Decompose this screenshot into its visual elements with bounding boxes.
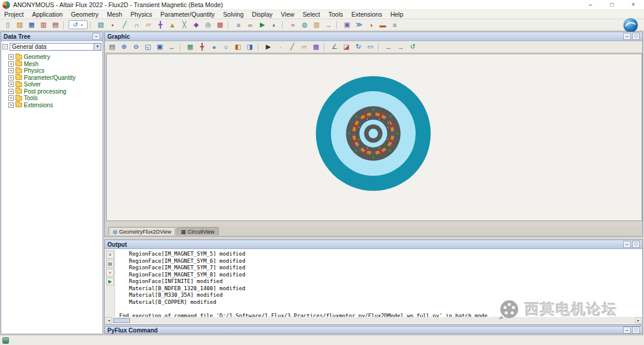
point-icon[interactable]: • <box>107 20 118 30</box>
previous-view-icon[interactable]: ← <box>383 42 394 52</box>
expand-icon[interactable] <box>8 95 14 101</box>
toolbar-item[interactable] <box>90 21 93 29</box>
print-icon[interactable]: ▤ <box>107 42 117 52</box>
shaft-region[interactable] <box>369 129 378 138</box>
collapse-icon[interactable] <box>2 44 8 49</box>
tree-item[interactable]: Physics <box>8 67 103 74</box>
chevron-down-icon[interactable]: ▼ <box>94 43 101 50</box>
menu-item[interactable]: Application <box>28 11 67 18</box>
arc-icon[interactable]: ∩ <box>131 20 142 30</box>
menu-item[interactable]: Mesh <box>103 11 126 18</box>
mesh-generate-icon[interactable]: ▲ <box>167 20 178 30</box>
export-icon[interactable]: ▤ <box>50 20 61 30</box>
panel-minimize-icon[interactable]: – <box>623 33 631 40</box>
python-icon[interactable]: ≫ <box>354 20 364 30</box>
menu-item[interactable]: Help <box>386 11 408 18</box>
material-icon[interactable]: ◎ <box>203 20 213 30</box>
region-icon[interactable]: ▩ <box>215 20 225 30</box>
select-point-icon[interactable]: ∙ <box>275 42 286 52</box>
isovalues-icon[interactable]: ▥ <box>311 20 322 30</box>
expand-icon[interactable] <box>8 82 14 87</box>
toolbar-item[interactable] <box>378 43 381 51</box>
output-copy-icon[interactable]: ▤ <box>106 260 114 268</box>
maximize-button[interactable]: □ <box>601 0 623 10</box>
open-project-icon[interactable]: ▨ <box>14 20 25 30</box>
toolbar-item[interactable] <box>258 43 261 51</box>
line-icon[interactable]: ╱ <box>119 20 130 30</box>
scroll-left-icon[interactable]: ◄ <box>106 317 112 324</box>
solve-icon[interactable]: ▶ <box>257 20 268 30</box>
scroll-right-icon[interactable]: ► <box>635 317 642 324</box>
menu-item[interactable]: Display <box>248 11 277 18</box>
expand-icon[interactable] <box>8 102 14 108</box>
vectors-icon[interactable]: → <box>323 20 334 30</box>
mesh-delete-icon[interactable]: ╳ <box>179 20 190 30</box>
scenario-icon[interactable]: ◐ <box>269 20 280 30</box>
view-plane-icon[interactable]: ▭ <box>365 42 376 52</box>
panel-minimize-icon[interactable]: – <box>92 33 100 40</box>
close-button[interactable]: × <box>623 0 644 10</box>
menu-item[interactable]: Select <box>299 11 324 18</box>
panel-restore-icon[interactable]: □ <box>632 33 640 40</box>
tree-item[interactable]: Parameter/Quantity <box>8 74 103 82</box>
shaded-view-icon[interactable]: ● <box>209 42 219 52</box>
command-file-icon[interactable]: ▧ <box>95 20 106 30</box>
toolbar-item[interactable] <box>282 21 285 29</box>
data-context-select[interactable]: General data ▼ <box>10 43 101 51</box>
face-icon[interactable]: ▱ <box>143 20 154 30</box>
sensor-icon[interactable]: ◍ <box>299 20 310 30</box>
zoom-window-icon[interactable]: ◱ <box>143 42 153 52</box>
select-arrow-icon[interactable]: ▶ <box>263 42 274 52</box>
tree-item[interactable]: Tools <box>8 95 103 102</box>
toolbar-item[interactable] <box>324 43 327 51</box>
panel-minimize-icon[interactable]: – <box>623 241 631 248</box>
panel-restore-icon[interactable]: □ <box>632 241 640 248</box>
toolbar-item[interactable] <box>336 21 339 29</box>
next-view-icon[interactable]: → <box>395 42 406 52</box>
menu-item[interactable]: Physics <box>126 11 156 18</box>
new-project-icon[interactable]: ▯ <box>2 20 13 30</box>
view-tab[interactable]: ◍ GeometryFlux2DView <box>109 227 175 235</box>
menu-item[interactable]: Parameter/Quantity <box>156 11 219 18</box>
parameter-icon[interactable]: ≡ <box>233 20 244 30</box>
menu-item[interactable]: Geometry <box>67 11 103 18</box>
view-tab[interactable]: ▦ CircuitView <box>177 227 218 235</box>
rotate-view-icon[interactable]: ↻ <box>353 42 364 52</box>
tree-item[interactable]: Geometry <box>8 54 103 61</box>
output-clear-icon[interactable]: × <box>106 269 114 276</box>
zoom-in-icon[interactable]: ⊕ <box>119 42 129 52</box>
expand-icon[interactable] <box>8 61 14 67</box>
tree-item[interactable]: Post processing <box>8 88 103 95</box>
transparency-icon[interactable]: ◨ <box>244 42 255 52</box>
menu-item[interactable]: View <box>277 11 299 18</box>
tree-item[interactable]: Solver <box>8 81 103 88</box>
output-horizontal-scrollbar[interactable]: ◄ ► <box>106 317 642 324</box>
refresh-view-icon[interactable]: ↺ <box>407 42 418 52</box>
zoom-out-icon[interactable]: ⊖ <box>131 42 141 52</box>
output-autoscroll-icon[interactable]: ▶ <box>106 278 114 285</box>
pyflux-command-bar[interactable]: PyFlux Command – □ <box>104 326 643 334</box>
toolbar-item[interactable] <box>179 43 182 51</box>
save-project-icon[interactable]: ▦ <box>26 20 37 30</box>
menu-item[interactable]: Extensions <box>347 11 386 18</box>
select-line-icon[interactable]: ╱ <box>287 42 298 52</box>
expand-icon[interactable] <box>8 89 14 94</box>
expand-icon[interactable] <box>8 75 14 80</box>
measure-icon[interactable]: ∠ <box>329 42 340 52</box>
wireframe-view-icon[interactable]: ○ <box>221 42 231 52</box>
minimize-button[interactable]: – <box>580 0 601 10</box>
pan-icon[interactable]: ↔ <box>166 42 177 52</box>
toolbar-item[interactable] <box>63 21 66 29</box>
physics-icon[interactable]: ◆ <box>191 20 202 30</box>
curve-icon[interactable]: ≈ <box>287 20 298 30</box>
tree-item[interactable]: Extensions <box>8 102 103 109</box>
cut-plane-icon[interactable]: ◪ <box>341 42 352 52</box>
tree-item[interactable]: Mesh <box>8 61 103 68</box>
zoom-fit-icon[interactable]: ▣ <box>154 42 165 52</box>
macro-icon[interactable]: ▣ <box>342 20 352 30</box>
expand-icon[interactable] <box>8 68 14 73</box>
report-icon[interactable]: ▬ <box>377 20 388 30</box>
import-icon[interactable]: ▥ <box>38 20 49 30</box>
graphic-viewport[interactable] <box>106 54 642 221</box>
select-region-icon[interactable]: ▩ <box>311 42 321 52</box>
